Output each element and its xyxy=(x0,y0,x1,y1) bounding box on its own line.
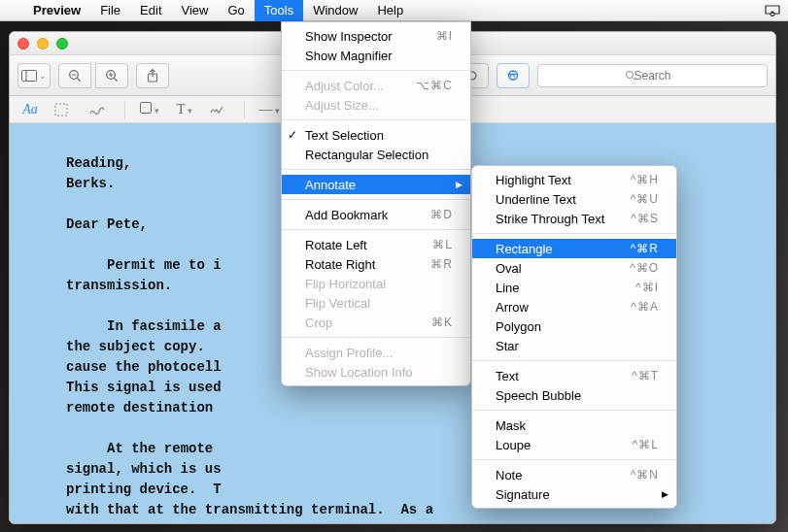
line-style-dropdown[interactable]: — xyxy=(258,102,280,117)
menu-item-label: Text Selection xyxy=(305,128,453,143)
annotate-item-underline-text[interactable]: Underline Text^⌘U xyxy=(472,189,676,209)
menu-item-shortcut: ⌘D xyxy=(430,208,453,221)
menu-file[interactable]: File xyxy=(90,0,130,21)
menu-item-label: Show Inspector xyxy=(305,29,427,44)
text-tool-dropdown[interactable]: T xyxy=(174,102,195,117)
markup-toolbar-button[interactable] xyxy=(497,63,530,88)
annotate-item-text[interactable]: Text^⌘T xyxy=(472,366,676,385)
menu-item-label: Arrow xyxy=(496,300,621,315)
annotate-item-mask[interactable]: Mask xyxy=(472,416,676,435)
menu-item-label: Annotate xyxy=(305,178,453,192)
menu-item-label: Flip Horizontal xyxy=(305,277,453,291)
svg-line-3 xyxy=(77,78,80,81)
menu-help[interactable]: Help xyxy=(367,0,413,21)
annotate-item-highlight-text[interactable]: Highlight Text^⌘H xyxy=(472,170,676,189)
text-style-button[interactable]: Aa xyxy=(19,102,41,117)
menu-item-label: Star xyxy=(496,339,659,353)
annotate-item-polygon[interactable]: Polygon xyxy=(472,316,676,336)
annotate-item-strike-through-text[interactable]: Strike Through Text^⌘S xyxy=(472,209,676,228)
menu-item-shortcut: ^⌘S xyxy=(631,212,659,225)
menu-item-shortcut: ^⌘I xyxy=(635,281,659,294)
menu-item-shortcut: ^⌘A xyxy=(631,300,659,314)
tools-item-show-inspector[interactable]: Show Inspector⌘I xyxy=(282,26,470,46)
sign-tool-button[interactable] xyxy=(209,104,230,116)
annotate-item-signature[interactable]: Signature xyxy=(472,484,676,504)
annotate-item-note[interactable]: Note^⌘N xyxy=(472,465,676,484)
menu-item-label: Adjust Color... xyxy=(305,79,406,93)
sketch-tool-button[interactable] xyxy=(89,104,111,116)
menu-window[interactable]: Window xyxy=(303,0,367,21)
svg-line-6 xyxy=(114,78,117,81)
menu-item-shortcut: ⌘R xyxy=(430,257,453,271)
annotate-item-star[interactable]: Star xyxy=(472,336,676,355)
zoom-button[interactable] xyxy=(56,38,68,50)
menu-item-label: Oval xyxy=(496,261,620,276)
tools-menu: Show Inspector⌘IShow MagnifierAdjust Col… xyxy=(281,21,471,386)
menu-item-label: Rotate Right xyxy=(305,257,421,272)
tools-item-show-magnifier[interactable]: Show Magnifier xyxy=(282,46,470,65)
menu-item-label: Rotate Left xyxy=(305,238,423,252)
tools-item-show-location-info: Show Location Info xyxy=(282,362,470,382)
minimize-button[interactable] xyxy=(37,38,49,50)
tools-item-assign-profile-: Assign Profile... xyxy=(282,343,470,362)
menu-item-label: Flip Vertical xyxy=(305,296,453,311)
menu-item-shortcut: ⌘L xyxy=(432,238,453,251)
tools-item-rectangular-selection[interactable]: Rectangular Selection xyxy=(282,145,470,164)
tools-item-rotate-left[interactable]: Rotate Left⌘L xyxy=(282,235,470,254)
tools-item-crop: Crop⌘K xyxy=(282,313,470,332)
close-button[interactable] xyxy=(17,38,29,50)
annotate-item-loupe[interactable]: Loupe^⌘L xyxy=(472,435,676,454)
system-menubar: Preview File Edit View Go Tools Window H… xyxy=(0,0,788,21)
menu-item-shortcut: ^⌘R xyxy=(631,242,659,255)
menu-item-label: Line xyxy=(496,281,626,295)
menu-item-label: Rectangle xyxy=(496,242,621,256)
tools-item-rotate-right[interactable]: Rotate Right⌘R xyxy=(282,254,470,274)
menu-tools[interactable]: Tools xyxy=(255,0,303,21)
menu-item-label: Show Location Info xyxy=(305,365,453,380)
annotate-item-line[interactable]: Line^⌘I xyxy=(472,278,676,297)
menu-item-label: Show Magnifier xyxy=(305,49,453,63)
sidebar-view-button[interactable]: ⌄ xyxy=(17,63,51,88)
app-menu-preview[interactable]: Preview xyxy=(23,0,90,21)
menu-edit[interactable]: Edit xyxy=(130,0,171,21)
menu-go[interactable]: Go xyxy=(218,0,254,21)
menu-item-shortcut: ^⌘O xyxy=(630,261,659,275)
svg-rect-12 xyxy=(55,104,67,116)
tools-item-adjust-color-: Adjust Color...⌥⌘C xyxy=(282,76,470,95)
menu-item-label: Assign Profile... xyxy=(305,346,453,360)
zoom-out-button[interactable] xyxy=(58,63,91,88)
window-traffic-lights xyxy=(17,38,68,50)
search-input[interactable] xyxy=(537,64,768,87)
tools-item-adjust-size-: Adjust Size... xyxy=(282,95,470,115)
menu-item-label: Note xyxy=(496,468,621,482)
menu-item-label: Signature xyxy=(496,487,659,502)
menu-item-label: Rectangular Selection xyxy=(305,148,453,162)
menu-item-shortcut: ^⌘L xyxy=(633,438,659,451)
menu-item-shortcut: ^⌘N xyxy=(631,468,659,482)
tools-item-text-selection[interactable]: ✓Text Selection xyxy=(282,125,470,145)
menu-view[interactable]: View xyxy=(172,0,219,21)
annotate-item-arrow[interactable]: Arrow^⌘A xyxy=(472,297,676,316)
menu-item-shortcut: ⌥⌘C xyxy=(416,79,453,92)
svg-rect-0 xyxy=(22,70,37,81)
chevron-down-icon: ⌄ xyxy=(39,71,47,81)
menu-item-label: Speech Bubble xyxy=(496,388,659,403)
menu-item-label: Crop xyxy=(305,316,422,330)
menu-item-shortcut: ⌘K xyxy=(431,316,453,329)
tools-item-flip-vertical: Flip Vertical xyxy=(282,293,470,313)
menu-item-shortcut: ⌘I xyxy=(436,29,453,43)
annotate-item-oval[interactable]: Oval^⌘O xyxy=(472,258,676,278)
menu-item-label: Highlight Text xyxy=(496,173,621,187)
shapes-dropdown[interactable] xyxy=(139,102,160,117)
menu-item-shortcut: ^⌘U xyxy=(631,192,659,206)
zoom-in-button[interactable] xyxy=(95,63,128,88)
tools-item-add-bookmark[interactable]: Add Bookmark⌘D xyxy=(282,205,470,224)
selection-tool-button[interactable] xyxy=(54,103,76,116)
annotate-item-speech-bubble[interactable]: Speech Bubble xyxy=(472,385,676,405)
svg-point-11 xyxy=(509,71,518,80)
tools-item-flip-horizontal: Flip Horizontal xyxy=(282,274,470,293)
share-button[interactable] xyxy=(136,63,169,88)
airplay-tray-icon[interactable] xyxy=(765,5,780,17)
tools-item-annotate[interactable]: Annotate xyxy=(282,175,470,194)
annotate-item-rectangle[interactable]: Rectangle^⌘R xyxy=(472,239,676,258)
